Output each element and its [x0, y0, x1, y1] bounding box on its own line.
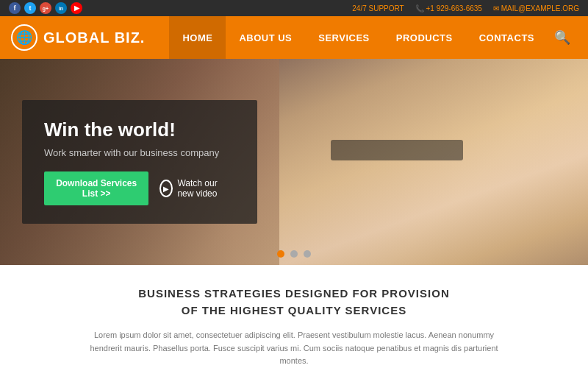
phone-number: +1 929-663-6635	[426, 4, 481, 13]
nav-services[interactable]: SERVICES	[305, 16, 383, 59]
email-address: MAIL@EXAMPLE.ORG	[501, 4, 579, 13]
watch-video-button[interactable]: ▶ Watch our new video	[159, 178, 235, 199]
carousel-dot-2[interactable]	[290, 250, 298, 258]
play-icon: ▶	[159, 180, 173, 197]
logo-globe-icon: 🌐	[11, 24, 37, 51]
nav-contacts[interactable]: CONTACTS	[466, 16, 548, 59]
carousel-dot-3[interactable]	[304, 250, 311, 258]
hero-subtitle: Work smarter with our business company	[44, 147, 235, 158]
hero-title: Win the world!	[44, 118, 235, 141]
content-title: BUSINESS STRATEGIES DESIGNED FOR PROVISI…	[15, 286, 573, 319]
hero-buttons: Download Services List >> ▶ Watch our ne…	[44, 171, 235, 205]
nav-about[interactable]: ABOUT US	[226, 16, 305, 59]
twitter-icon[interactable]: t	[24, 2, 36, 14]
hero-glasses	[331, 140, 463, 160]
nav-home[interactable]: HOME	[169, 16, 226, 59]
content-section: BUSINESS STRATEGIES DESIGNED FOR PROVISI…	[0, 265, 588, 368]
top-bar: f t g+ in ▶ 24/7 SUPPORT 📞 +1 929-663-66…	[0, 0, 588, 16]
hero-section: Win the world! Work smarter with our bus…	[0, 59, 588, 265]
phone-icon: 📞 +1 929-663-6635	[415, 4, 482, 13]
watch-label: Watch our new video	[177, 178, 235, 199]
social-links: f t g+ in ▶	[9, 2, 82, 14]
download-button[interactable]: Download Services List >>	[44, 171, 148, 205]
navigation: HOME ABOUT US SERVICES PRODUCTS CONTACTS…	[169, 16, 577, 59]
youtube-icon[interactable]: ▶	[71, 2, 82, 14]
header: 🌐 GLOBAL BIZ. HOME ABOUT US SERVICES PRO…	[0, 16, 588, 59]
contact-info: 24/7 SUPPORT 📞 +1 929-663-6635 ✉ MAIL@EX…	[352, 4, 579, 13]
logo-text: GLOBAL BIZ.	[43, 29, 145, 46]
carousel-dot-1[interactable]	[277, 250, 284, 258]
nav-products[interactable]: PRODUCTS	[383, 16, 466, 59]
facebook-icon[interactable]: f	[9, 2, 21, 14]
search-icon[interactable]: 🔍	[548, 16, 577, 59]
linkedin-icon[interactable]: in	[55, 2, 67, 14]
hero-content: Win the world! Work smarter with our bus…	[22, 100, 257, 224]
google-plus-icon[interactable]: g+	[40, 2, 51, 14]
email-info: ✉ MAIL@EXAMPLE.ORG	[493, 4, 579, 13]
content-text: Lorem ipsum dolor sit amet, consectetuer…	[81, 329, 507, 368]
logo[interactable]: 🌐 GLOBAL BIZ.	[11, 24, 145, 51]
support-label: 24/7 SUPPORT	[352, 4, 404, 13]
carousel-dots	[277, 250, 311, 258]
hero-photo	[279, 59, 588, 265]
